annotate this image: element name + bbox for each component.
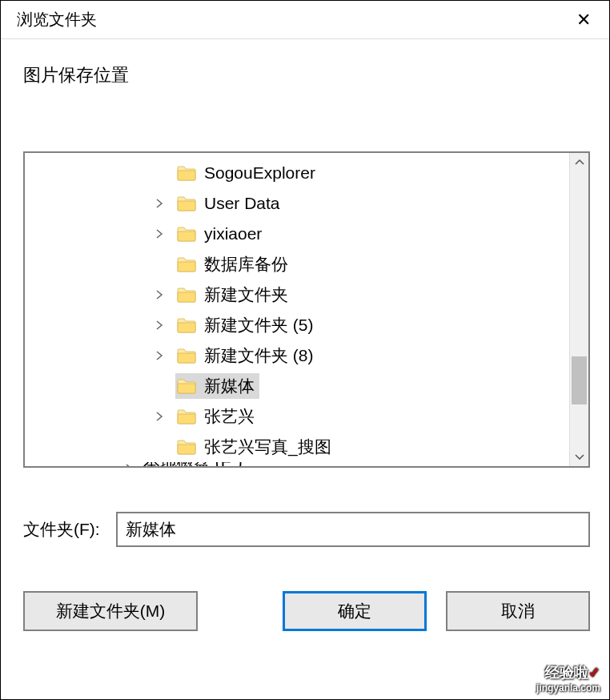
tree-item-label: SogouExplorer (204, 163, 315, 183)
chevron-right-icon[interactable] (153, 410, 166, 423)
tree-item-label: 张艺兴写真_搜图 (204, 436, 331, 458)
tree-item[interactable]: 数据库备份 (25, 249, 588, 280)
chevron-right-icon[interactable] (153, 288, 166, 301)
chevron-right-icon[interactable] (153, 349, 166, 362)
folder-input-row: 文件夹(F): (23, 512, 590, 547)
tree-item-label: 新建文件夹 (5) (204, 314, 314, 336)
folder-icon (177, 378, 196, 394)
tree-item[interactable]: 新媒体 (25, 371, 588, 401)
folder-icon (177, 317, 196, 333)
folder-field-label: 文件夹(F): (23, 518, 100, 541)
folder-tree[interactable]: SogouExplorerUser Datayixiaoer数据库备份新建文件夹… (23, 151, 590, 468)
dialog-content: 图片保存位置 SogouExplorerUser Datayixiaoer数据库… (1, 39, 609, 647)
tree-item-label: 新建文件夹 (8) (204, 344, 314, 367)
folder-icon (177, 226, 196, 242)
scrollbar[interactable] (569, 153, 588, 466)
titlebar: 浏览文件夹 ✕ (1, 1, 609, 39)
tree-item[interactable]: 新建文件夹 (25, 280, 588, 310)
folder-input[interactable] (116, 512, 590, 547)
new-folder-button[interactable]: 新建文件夹(M) (23, 591, 198, 631)
tree-item-label: yixiaoer (204, 224, 262, 243)
tree-item-label: User Data (204, 194, 280, 213)
tree-item-label: 本地磁盘 (E:) (143, 462, 243, 468)
chevron-right-icon[interactable] (153, 319, 166, 332)
tree-item-label: 数据库备份 (204, 253, 288, 276)
scroll-down-icon[interactable] (570, 447, 588, 466)
tree-item[interactable]: 张艺兴 (25, 401, 588, 432)
folder-icon (177, 287, 196, 303)
folder-icon (177, 165, 196, 181)
folder-icon (177, 195, 196, 211)
folder-icon (177, 348, 196, 364)
tree-item-partial[interactable]: 本地磁盘 (E:) (25, 462, 588, 468)
chevron-right-icon[interactable] (153, 227, 166, 240)
chevron-right-icon[interactable] (122, 462, 135, 468)
window-title: 浏览文件夹 (17, 9, 97, 30)
scroll-thumb[interactable] (572, 356, 587, 404)
chevron-right-icon[interactable] (153, 197, 166, 210)
tree-item[interactable]: 新建文件夹 (5) (25, 310, 588, 340)
close-icon: ✕ (576, 10, 591, 30)
tree-item[interactable]: 张艺兴写真_搜图 (25, 432, 588, 462)
tree-item[interactable]: User Data (25, 188, 588, 219)
folder-icon (177, 256, 196, 272)
scroll-up-icon[interactable] (570, 153, 588, 172)
dialog-subtitle: 图片保存位置 (23, 63, 590, 87)
watermark: 经验啦✓ jingyanla.com (536, 665, 600, 694)
cancel-button[interactable]: 取消 (446, 591, 590, 631)
button-row: 新建文件夹(M) 确定 取消 (23, 591, 590, 631)
folder-icon (177, 439, 196, 455)
tree-item[interactable]: yixiaoer (25, 219, 588, 249)
scroll-track[interactable] (570, 172, 588, 447)
tree-item-label: 新建文件夹 (204, 284, 288, 306)
tree-item[interactable]: 新建文件夹 (8) (25, 340, 588, 371)
ok-button[interactable]: 确定 (283, 591, 427, 631)
tree-item-label: 新媒体 (204, 375, 255, 397)
tree-item[interactable]: SogouExplorer (25, 158, 588, 188)
folder-icon (177, 408, 196, 424)
tree-item-label: 张艺兴 (204, 405, 255, 428)
close-button[interactable]: ✕ (568, 4, 600, 36)
